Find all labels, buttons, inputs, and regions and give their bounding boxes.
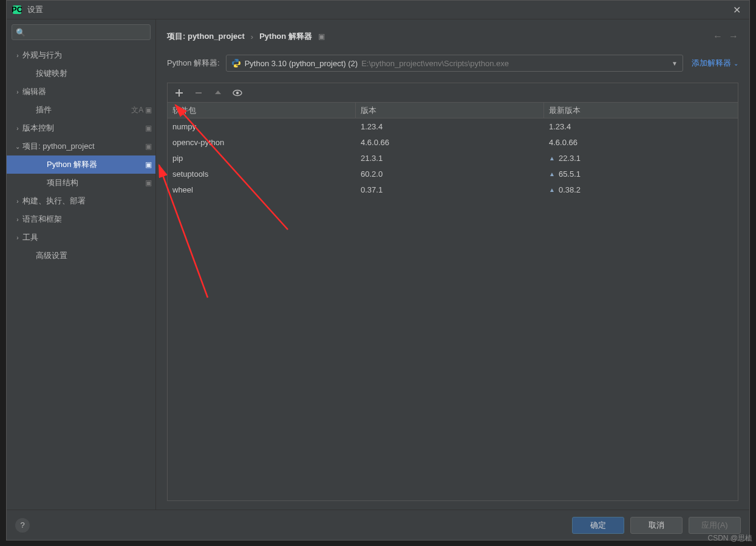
upgrade-available-icon: ▲ — [549, 186, 555, 193]
scope-badge-icon: ▣ — [145, 142, 152, 151]
expand-icon: › — [13, 234, 22, 241]
col-latest-header[interactable]: 最新版本 — [544, 103, 738, 118]
scope-badge-icon: ▣ — [145, 179, 152, 187]
package-version: 21.3.1 — [356, 150, 544, 166]
sidebar-item-label: 工具 — [22, 232, 152, 243]
col-version-header[interactable]: 版本 — [356, 103, 544, 118]
project-scope-icon: ▣ — [318, 32, 325, 41]
package-version: 60.2.0 — [356, 166, 544, 182]
package-row[interactable]: wheel0.37.1▲0.38.2 — [168, 182, 738, 197]
breadcrumb: 项目: python_project › Python 解释器 ▣ ← → — [167, 28, 738, 45]
breadcrumb-project[interactable]: 项目: python_project — [167, 31, 245, 42]
show-early-releases-button[interactable] — [232, 87, 243, 98]
settings-tree: ›外观与行为按键映射›编辑器插件文A ▣›版本控制▣⌄项目: python_pr… — [7, 44, 155, 510]
package-row[interactable]: pip21.3.1▲22.3.1 — [168, 150, 738, 166]
package-row[interactable]: numpy1.23.41.23.4 — [168, 118, 738, 134]
ok-button[interactable]: 确定 — [572, 517, 624, 534]
search-input[interactable] — [28, 28, 146, 37]
expand-icon: › — [13, 125, 22, 132]
settings-sidebar: 🔍 ›外观与行为按键映射›编辑器插件文A ▣›版本控制▣⌄项目: python_… — [7, 19, 156, 510]
add-package-button[interactable] — [174, 87, 185, 98]
packages-panel: 软件包 版本 最新版本 numpy1.23.41.23.4opencv-pyth… — [167, 83, 738, 501]
sidebar-item-label: 按键映射 — [36, 68, 152, 79]
sidebar-item-0[interactable]: ›外观与行为 — [7, 46, 155, 64]
packages-table: 软件包 版本 最新版本 numpy1.23.41.23.4opencv-pyth… — [168, 103, 738, 500]
nav-back-icon[interactable]: ← — [713, 31, 723, 42]
expand-icon: › — [13, 89, 22, 95]
settings-main: 项目: python_project › Python 解释器 ▣ ← → Py… — [156, 19, 749, 510]
sidebar-item-10[interactable]: ›工具 — [7, 228, 155, 247]
sidebar-item-7[interactable]: 项目结构▣ — [7, 174, 155, 192]
package-latest: ▲0.38.2 — [544, 182, 738, 197]
package-name: wheel — [168, 182, 356, 197]
scope-badge-icon: ▣ — [145, 160, 152, 169]
package-latest: 1.23.4 — [544, 118, 738, 134]
sidebar-item-6[interactable]: Python 解释器▣ — [7, 155, 155, 174]
package-version: 0.37.1 — [356, 182, 544, 197]
interpreter-select[interactable]: Python 3.10 (python_project) (2) E:\pyth… — [226, 55, 683, 72]
sidebar-item-label: 编辑器 — [22, 86, 152, 97]
sidebar-item-label: 版本控制 — [22, 123, 143, 134]
package-row[interactable]: opencv-python4.6.0.664.6.0.66 — [168, 134, 738, 150]
sidebar-item-label: 项目结构 — [47, 177, 143, 188]
package-latest: ▲65.5.1 — [544, 166, 738, 182]
upgrade-available-icon: ▲ — [549, 155, 555, 162]
sidebar-item-8[interactable]: ›构建、执行、部署 — [7, 192, 155, 210]
interpreter-label: Python 解释器: — [167, 58, 220, 69]
add-interpreter-link[interactable]: 添加解释器 ⌄ — [692, 58, 738, 69]
sidebar-item-11[interactable]: 高级设置 — [7, 247, 155, 265]
package-row[interactable]: setuptools60.2.0▲65.5.1 — [168, 166, 738, 182]
expand-icon: › — [13, 216, 22, 223]
interpreter-path: E:\python_project\venv\Scripts\python.ex… — [361, 59, 668, 68]
sidebar-item-2[interactable]: ›编辑器 — [7, 83, 155, 101]
apply-button[interactable]: 应用(A) — [689, 517, 741, 534]
sidebar-item-5[interactable]: ⌄项目: python_project▣ — [7, 137, 155, 155]
interpreter-row: Python 解释器: Python 3.10 (python_project)… — [167, 55, 738, 72]
cancel-button[interactable]: 取消 — [630, 517, 683, 534]
sidebar-item-label: 构建、执行、部署 — [22, 196, 152, 206]
nav-forward-icon[interactable]: → — [729, 31, 738, 42]
package-version: 1.23.4 — [356, 118, 544, 134]
sidebar-item-label: 高级设置 — [36, 250, 152, 261]
scope-badge-icon: ▣ — [145, 124, 152, 132]
package-latest: ▲22.3.1 — [544, 150, 738, 166]
package-name: numpy — [168, 118, 356, 134]
sidebar-item-label: 插件 — [36, 104, 129, 115]
packages-toolbar — [168, 83, 738, 103]
dialog-footer: ? 确定 取消 应用(A) — [7, 510, 749, 540]
sidebar-item-4[interactable]: ›版本控制▣ — [7, 119, 155, 137]
help-button[interactable]: ? — [15, 518, 30, 533]
settings-dialog: PC 设置 ✕ 🔍 ›外观与行为按键映射›编辑器插件文A ▣›版本控制▣⌄项目:… — [6, 0, 750, 541]
sidebar-item-label: Python 解释器 — [47, 159, 143, 170]
search-icon: 🔍 — [16, 28, 26, 37]
upgrade-available-icon: ▲ — [549, 171, 555, 177]
expand-icon: › — [13, 198, 22, 205]
settings-search[interactable]: 🔍 — [12, 24, 151, 40]
col-name-header[interactable]: 软件包 — [168, 103, 356, 118]
package-latest: 4.6.0.66 — [544, 134, 738, 150]
upgrade-package-button[interactable] — [213, 87, 223, 98]
packages-rows: numpy1.23.41.23.4opencv-python4.6.0.664.… — [168, 118, 738, 500]
sidebar-item-9[interactable]: ›语言和框架 — [7, 210, 155, 228]
package-version: 4.6.0.66 — [356, 134, 544, 150]
sidebar-item-1[interactable]: 按键映射 — [7, 64, 155, 83]
breadcrumb-separator-icon: › — [251, 32, 253, 41]
chevron-down-icon: ⌄ — [734, 60, 738, 67]
dropdown-icon: ▼ — [672, 60, 678, 67]
expand-icon: ⌄ — [13, 143, 22, 150]
remove-package-button[interactable] — [193, 87, 204, 98]
package-name: pip — [168, 150, 356, 166]
svg-text:PC: PC — [12, 5, 22, 14]
expand-icon: › — [13, 52, 22, 59]
package-name: setuptools — [168, 166, 356, 182]
sidebar-item-label: 语言和框架 — [22, 214, 152, 225]
app-logo-icon: PC — [12, 4, 22, 15]
sidebar-item-3[interactable]: 插件文A ▣ — [7, 101, 155, 119]
breadcrumb-page: Python 解释器 — [259, 31, 312, 42]
dialog-title: 设置 — [27, 4, 43, 15]
svg-point-3 — [236, 91, 239, 94]
close-icon[interactable]: ✕ — [729, 4, 744, 16]
sidebar-item-label: 外观与行为 — [22, 50, 152, 61]
package-name: opencv-python — [168, 134, 356, 150]
titlebar: PC 设置 ✕ — [7, 1, 749, 19]
